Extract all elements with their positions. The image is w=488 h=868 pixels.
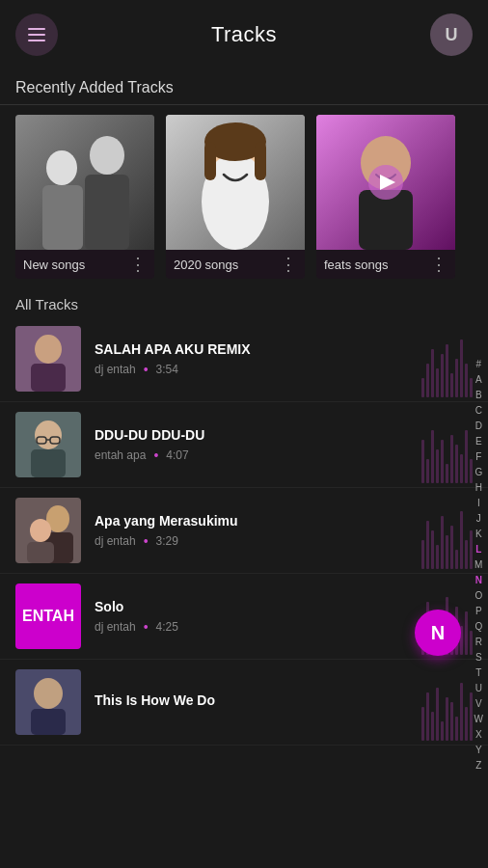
- track-artist-2: entah apa: [95, 448, 146, 462]
- playlist-card-new-songs[interactable]: New songs ⋮: [15, 115, 154, 279]
- play-button-overlay[interactable]: [368, 165, 403, 200]
- float-n-button[interactable]: N: [415, 610, 461, 656]
- track-info-5: This Is How We Do: [81, 692, 473, 713]
- svg-rect-12: [255, 142, 266, 180]
- track-artist-1: dj entah: [95, 363, 136, 376]
- alpha-r[interactable]: R: [471, 635, 487, 650]
- svg-rect-3: [85, 175, 129, 250]
- alpha-b[interactable]: B: [471, 388, 487, 403]
- track-duration-1: 3:54: [156, 363, 178, 376]
- waveform-1: [421, 316, 473, 401]
- 2020-songs-thumbnail: [166, 115, 305, 250]
- alpha-k[interactable]: K: [471, 527, 487, 542]
- alpha-z[interactable]: Z: [471, 758, 486, 773]
- new-songs-thumbnail: [15, 115, 154, 250]
- track-meta-4: dj entah • 4:25: [95, 619, 415, 635]
- track-item-1[interactable]: SALAH APA AKU REMIX dj entah • 3:54: [0, 316, 488, 402]
- thumb-entah-label: ENTAH: [15, 583, 81, 649]
- track-title-2: DDU-DU DDU-DU: [95, 427, 415, 443]
- recently-added-title: Recently Added Tracks: [0, 69, 488, 105]
- card-bottom-new-songs: New songs ⋮: [15, 250, 154, 279]
- track-thumb-2: [15, 412, 81, 477]
- svg-point-21: [35, 420, 62, 449]
- user-button[interactable]: U: [430, 14, 473, 56]
- svg-point-2: [90, 136, 124, 175]
- alpha-p[interactable]: P: [471, 604, 487, 619]
- track-info-1: SALAH APA AKU REMIX dj entah • 3:54: [81, 341, 473, 377]
- alpha-y[interactable]: Y: [471, 743, 487, 758]
- svg-rect-5: [42, 185, 83, 250]
- alpha-o[interactable]: O: [470, 588, 487, 604]
- alpha-u[interactable]: U: [471, 681, 487, 696]
- track-meta-3: dj entah • 3:29: [95, 533, 415, 549]
- svg-point-4: [46, 150, 77, 185]
- track-thumb-4: ENTAH: [15, 583, 81, 649]
- track-meta-2: entah apa • 4:07: [95, 448, 415, 463]
- track-item-4[interactable]: ENTAH Solo dj entah • 4:25: [0, 574, 488, 660]
- playlist-card-feats-songs[interactable]: feats songs ⋮: [316, 115, 455, 279]
- track-info-4: Solo dj entah • 4:25: [81, 599, 473, 635]
- dot-2: •: [153, 448, 158, 463]
- alpha-e[interactable]: E: [471, 434, 487, 449]
- waveform-2: [421, 402, 473, 487]
- track-info-3: Apa yang Merasukimu dj entah • 3:29: [81, 513, 473, 549]
- alpha-d[interactable]: D: [471, 419, 487, 434]
- alpha-m[interactable]: M: [470, 557, 487, 573]
- alpha-l[interactable]: L: [471, 542, 486, 557]
- card-menu-feats-songs[interactable]: ⋮: [430, 256, 447, 273]
- track-item-3[interactable]: Apa yang Merasukimu dj entah • 3:29: [0, 488, 488, 574]
- alphabet-bar: # A B C D E F G H I J K L M N O P Q R S …: [470, 357, 488, 773]
- track-thumb-3: [15, 498, 81, 563]
- play-triangle-icon: [380, 175, 395, 190]
- alpha-q[interactable]: Q: [470, 619, 487, 635]
- card-label-2020-songs: 2020 songs: [174, 258, 238, 272]
- track-item-5[interactable]: This Is How We Do: [0, 660, 488, 746]
- alpha-i[interactable]: I: [473, 496, 485, 511]
- alpha-s[interactable]: S: [471, 650, 487, 665]
- card-label-feats-songs: feats songs: [324, 258, 389, 272]
- card-menu-2020-songs[interactable]: ⋮: [280, 256, 297, 273]
- track-title-5: This Is How We Do: [95, 692, 415, 708]
- dot-4: •: [144, 619, 149, 635]
- svg-rect-22: [31, 449, 66, 477]
- svg-rect-30: [27, 542, 54, 563]
- alpha-hash[interactable]: #: [471, 357, 486, 372]
- alpha-w[interactable]: W: [470, 712, 488, 727]
- alpha-f[interactable]: F: [471, 449, 486, 465]
- track-thumb-5: [15, 669, 81, 735]
- alpha-n[interactable]: N: [471, 573, 487, 588]
- track-thumb-1: [15, 326, 81, 392]
- svg-rect-33: [31, 709, 66, 735]
- playlists-row: New songs ⋮: [0, 105, 488, 288]
- alpha-j[interactable]: J: [472, 511, 486, 527]
- page-title: Tracks: [211, 22, 277, 47]
- user-initial: U: [446, 25, 458, 45]
- alpha-t[interactable]: T: [471, 665, 486, 681]
- dot-1: •: [144, 362, 149, 377]
- alpha-c[interactable]: C: [471, 403, 487, 419]
- alpha-h[interactable]: H: [471, 480, 487, 496]
- alpha-v[interactable]: V: [471, 696, 487, 712]
- svg-point-32: [34, 678, 63, 709]
- dot-3: •: [144, 533, 149, 549]
- track-item-2[interactable]: DDU-DU DDU-DU entah apa • 4:07: [0, 402, 488, 488]
- alpha-g[interactable]: G: [470, 465, 487, 480]
- playlist-card-2020-songs[interactable]: 2020 songs ⋮: [166, 115, 305, 279]
- all-tracks-title: All Tracks: [0, 288, 488, 316]
- track-duration-2: 4:07: [166, 448, 188, 462]
- track-artist-3: dj entah: [95, 534, 136, 548]
- hamburger-icon: [28, 28, 45, 41]
- alpha-a[interactable]: A: [471, 372, 487, 388]
- track-artist-4: dj entah: [95, 620, 136, 634]
- alpha-x[interactable]: X: [471, 727, 487, 743]
- track-info-2: DDU-DU DDU-DU entah apa • 4:07: [81, 427, 473, 463]
- card-bottom-feats-songs: feats songs ⋮: [316, 250, 455, 279]
- card-label-new-songs: New songs: [23, 258, 85, 272]
- menu-button[interactable]: [15, 14, 58, 56]
- svg-point-18: [35, 335, 62, 364]
- card-menu-new-songs[interactable]: ⋮: [129, 256, 147, 273]
- svg-rect-11: [204, 142, 216, 180]
- card-bottom-2020-songs: 2020 songs ⋮: [166, 250, 305, 279]
- track-duration-3: 3:29: [156, 534, 178, 548]
- svg-point-29: [30, 519, 51, 542]
